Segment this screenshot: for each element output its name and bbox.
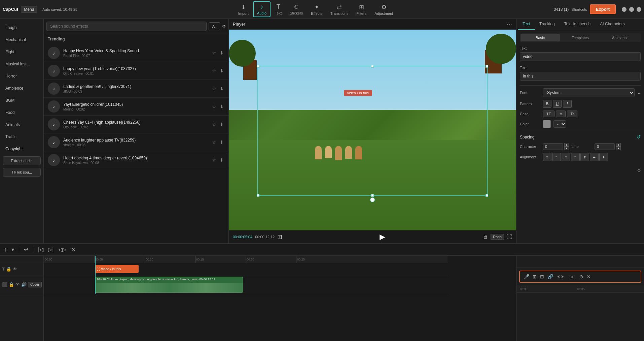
- spacing-reset-button[interactable]: ↺: [636, 134, 641, 140]
- font-select[interactable]: System: [543, 88, 635, 97]
- align-top-button[interactable]: ⬆: [580, 153, 589, 161]
- download-button[interactable]: ⬇: [219, 139, 224, 146]
- align-middle-button[interactable]: ⬌: [590, 153, 599, 161]
- playhead[interactable]: [95, 256, 96, 294]
- mic-button[interactable]: 🎤: [523, 273, 530, 280]
- split-end-button[interactable]: ▷|: [47, 246, 55, 253]
- character-up[interactable]: ▲: [564, 143, 569, 147]
- sound-item[interactable]: ♪ Audience laughter applause TV(832259) …: [44, 133, 228, 151]
- video-clip[interactable]: 16of18 Children playing, dancing, young …: [95, 277, 243, 293]
- sound-item[interactable]: ♪ Ladies & gentlemen!! / Jingle(873071) …: [44, 80, 228, 98]
- toolbar-stickers[interactable]: ☺ Stickers: [286, 2, 307, 17]
- favorite-button[interactable]: ☆: [211, 50, 217, 56]
- player-menu-button[interactable]: ⋯: [507, 21, 512, 27]
- text-lock-button[interactable]: 🔒: [6, 267, 11, 272]
- category-food[interactable]: Food: [1, 107, 42, 118]
- sound-item[interactable]: ♪ Yay! Energetic children(1011045) Morin…: [44, 98, 228, 116]
- timeline-scroll[interactable]: 00:00 00:05 00:10 00:15 00:20 00:25 ⛶ vi…: [44, 256, 516, 341]
- toolbar-adjustment[interactable]: ⚙ Adjustment: [371, 2, 397, 17]
- ratio-button[interactable]: Ratio: [491, 234, 504, 240]
- sound-item[interactable]: ♪ happy new year (Treble voice)(1037327)…: [44, 62, 228, 80]
- extract-audio-button[interactable]: Extract audio: [3, 156, 41, 165]
- close-button[interactable]: [637, 7, 641, 12]
- lowercase-button[interactable]: tt: [556, 111, 565, 117]
- merge-button[interactable]: ⊐⊏: [567, 273, 577, 280]
- character-down[interactable]: ▼: [564, 147, 569, 150]
- category-fight[interactable]: Fight: [1, 46, 42, 58]
- subtab-basic[interactable]: Basic: [521, 34, 560, 41]
- align-right-button[interactable]: ≡: [562, 153, 570, 161]
- bold-button[interactable]: B: [543, 100, 551, 108]
- tiktok-button[interactable]: TikTok sou...: [3, 168, 41, 177]
- maximize-button[interactable]: [629, 7, 634, 12]
- select-tool-button[interactable]: ↕: [3, 246, 8, 253]
- video-visibility-button[interactable]: 👁: [15, 282, 20, 287]
- menu-button[interactable]: Menu: [21, 6, 37, 13]
- video-audio-button[interactable]: 🔊: [21, 282, 27, 287]
- category-laugh[interactable]: Laugh: [1, 22, 42, 33]
- category-copyright[interactable]: Copyright: [1, 143, 42, 155]
- split-track-button[interactable]: ≺≻: [556, 273, 566, 280]
- category-animals[interactable]: Animals: [1, 119, 42, 130]
- subtab-animation[interactable]: Animation: [601, 34, 640, 41]
- video-lock-button[interactable]: 🔒: [9, 282, 14, 287]
- favorite-button[interactable]: ☆: [211, 67, 217, 74]
- download-button[interactable]: ⬇: [219, 50, 224, 56]
- download-button[interactable]: ⬇: [219, 121, 224, 128]
- favorite-button[interactable]: ☆: [211, 139, 217, 146]
- text-clip[interactable]: ⛶ video / in this: [95, 265, 139, 273]
- circle-button[interactable]: ⊙: [578, 273, 584, 280]
- split-start-button[interactable]: |◁: [37, 246, 45, 253]
- line-input[interactable]: [595, 143, 615, 150]
- category-musical[interactable]: Musical inst...: [1, 58, 42, 70]
- text-visibility-button[interactable]: 👁: [13, 267, 17, 272]
- link-button[interactable]: 🔗: [546, 273, 554, 280]
- align-bottom-button[interactable]: ⬇: [599, 153, 608, 161]
- export-button[interactable]: Export: [590, 4, 616, 14]
- minimize-button[interactable]: [622, 7, 627, 12]
- toolbar-text[interactable]: T Text: [271, 2, 285, 17]
- sound-item[interactable]: ♪ Heart docking 4 times deeper reverb(10…: [44, 151, 228, 169]
- line-down[interactable]: ▼: [616, 147, 621, 150]
- cover-button[interactable]: Cover: [28, 282, 42, 287]
- favorite-button[interactable]: ☆: [211, 85, 217, 92]
- capitalize-button[interactable]: Tt: [567, 111, 578, 117]
- line-up[interactable]: ▲: [616, 143, 621, 147]
- tab-text-to-speech[interactable]: Text-to-speech: [560, 19, 596, 30]
- shortcuts-button[interactable]: Shortcuts: [571, 7, 587, 11]
- sound-item[interactable]: ♪ Happy New Year Voice & Sparkling Sound…: [44, 44, 228, 62]
- category-traffic[interactable]: Traffic: [1, 131, 42, 143]
- category-mechanical[interactable]: Mechanical: [1, 34, 42, 45]
- tab-tracking[interactable]: Tracking: [535, 19, 560, 30]
- toolbar-effects[interactable]: ✦ Effects: [307, 2, 326, 17]
- fullscreen-button[interactable]: ⛶: [507, 234, 512, 240]
- color-swatch[interactable]: [543, 120, 551, 128]
- favorite-button[interactable]: ☆: [211, 103, 217, 110]
- subtab-templates[interactable]: Templates: [561, 34, 600, 41]
- favorite-button[interactable]: ☆: [211, 121, 217, 128]
- play-button[interactable]: ▶: [380, 232, 385, 241]
- split-button[interactable]: ◁▷: [57, 246, 68, 253]
- toolbar-audio[interactable]: ♪ Audio: [253, 1, 271, 17]
- align-center-button[interactable]: ≡: [552, 153, 561, 161]
- align-justify-button[interactable]: ≡: [571, 153, 580, 161]
- category-ambience[interactable]: Ambience: [1, 83, 42, 94]
- sound-item[interactable]: ♪ Cheers Yay 01-4 (high applause)(149226…: [44, 116, 228, 133]
- download-button[interactable]: ⬇: [219, 85, 224, 92]
- remove-layer-button[interactable]: ⊟: [539, 273, 545, 280]
- category-horror[interactable]: Horror: [1, 70, 42, 82]
- monitor-icon[interactable]: 🖥: [482, 234, 488, 240]
- download-button[interactable]: ⬇: [219, 103, 224, 110]
- text-input-2[interactable]: [520, 72, 641, 81]
- toolbar-transitions[interactable]: ⇄ Transitions: [327, 2, 352, 17]
- tab-text[interactable]: Text: [518, 19, 535, 30]
- undo-button[interactable]: ↩: [23, 246, 30, 253]
- character-input[interactable]: [543, 143, 563, 150]
- delete-button[interactable]: ✕: [70, 246, 77, 253]
- underline-button[interactable]: U: [553, 100, 562, 108]
- close-button[interactable]: ✕: [586, 273, 592, 280]
- grid-view-button[interactable]: ⊞: [277, 233, 282, 241]
- search-input[interactable]: [46, 22, 207, 31]
- download-button[interactable]: ⬇: [219, 157, 224, 163]
- align-left-button[interactable]: ≡: [543, 153, 551, 161]
